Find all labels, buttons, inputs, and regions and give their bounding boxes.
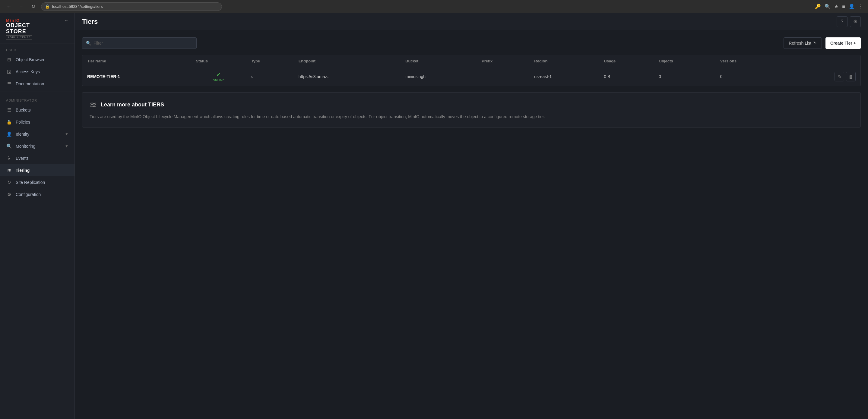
cell-versions: 0: [715, 67, 782, 86]
cell-type: ▫: [246, 67, 294, 86]
sidebar-item-site-replication[interactable]: ↻ Site Replication: [0, 176, 74, 188]
sidebar-item-label: Site Replication: [16, 180, 45, 185]
cell-prefix: [477, 67, 529, 86]
sidebar-item-label: Monitoring: [16, 144, 35, 149]
sidebar-item-buckets[interactable]: ☰ Buckets: [0, 104, 74, 116]
status-check-icon: ✔: [216, 71, 221, 78]
col-status: Status: [191, 55, 246, 67]
edit-tier-button[interactable]: ✎: [835, 72, 844, 82]
identity-icon: 👤: [6, 131, 12, 137]
menu-icon[interactable]: ⋮: [858, 4, 863, 9]
sidebar-item-events[interactable]: λ Events: [0, 152, 74, 164]
monitoring-icon: 🔍: [6, 143, 12, 149]
sidebar-item-documentation[interactable]: ☰ Documentation: [0, 78, 74, 90]
cell-actions: ✎ 🗑: [782, 67, 861, 86]
logo-product: OBJECTSTORE: [6, 23, 32, 35]
refresh-list-button[interactable]: Refresh List ↻: [783, 37, 822, 49]
sidebar: MinIO OBJECTSTORE AGPL LICENSE ← User ⊞ …: [0, 13, 75, 419]
forward-button[interactable]: →: [17, 2, 25, 11]
sidebar-item-access-keys[interactable]: ⚿ Access Keys: [0, 66, 74, 78]
address-bar[interactable]: 🔒 localhost:59284/settings/tiers: [41, 2, 222, 11]
browser-chrome: ← → ↻ 🔒 localhost:59284/settings/tiers 🔑…: [0, 0, 868, 13]
url-text: localhost:59284/settings/tiers: [52, 4, 103, 9]
col-prefix: Prefix: [477, 55, 529, 67]
refresh-icon: ↻: [813, 41, 817, 45]
col-endpoint: Endpoint: [294, 55, 401, 67]
filter-input-wrap: 🔍: [82, 37, 197, 49]
info-header: ≋ Learn more about TIERS: [90, 100, 853, 110]
status-badge: ✔ ONLINE: [196, 71, 241, 82]
sidebar-item-label: Object Browser: [16, 57, 44, 62]
profile-icon[interactable]: 👤: [849, 4, 855, 9]
status-text: ONLINE: [213, 79, 225, 82]
delete-tier-button[interactable]: 🗑: [846, 72, 856, 82]
site-replication-icon: ↻: [6, 180, 12, 185]
row-actions: ✎ 🗑: [786, 72, 856, 82]
cell-objects: 0: [654, 67, 715, 86]
sidebar-item-monitoring[interactable]: 🔍 Monitoring ▼: [0, 140, 74, 152]
back-button[interactable]: ←: [5, 2, 13, 11]
tiers-table: Tier Name Status Type Endpoint Bucket Pr…: [82, 55, 861, 86]
tiers-info-icon: ≋: [90, 100, 96, 110]
content-area: 🔍 Refresh List ↻ Create Tier + Tier: [75, 30, 868, 419]
main-content: Tiers ? ☀ 🔍 Refresh List ↻ Create: [75, 13, 868, 419]
toolbar-row: 🔍 Refresh List ↻ Create Tier +: [82, 37, 861, 49]
info-title: Learn more about TIERS: [101, 102, 164, 108]
filter-input[interactable]: [93, 41, 193, 45]
tiering-icon: ≋: [6, 167, 12, 173]
configuration-icon: ⚙: [6, 191, 12, 197]
cell-endpoint: https://s3.amaz...: [294, 67, 401, 86]
col-usage: Usage: [599, 55, 654, 67]
cell-tier-name: REMOTE-TIER-1: [82, 67, 191, 86]
col-actions: [782, 55, 861, 67]
top-bar: Tiers ? ☀: [75, 13, 868, 30]
refresh-label: Refresh List: [789, 41, 811, 45]
sidebar-item-object-browser[interactable]: ⊞ Object Browser: [0, 54, 74, 66]
col-bucket: Bucket: [401, 55, 477, 67]
chevron-down-icon: ▼: [65, 144, 68, 148]
app-container: MinIO OBJECTSTORE AGPL LICENSE ← User ⊞ …: [0, 13, 868, 419]
extensions-icon[interactable]: ■: [842, 4, 845, 9]
col-objects: Objects: [654, 55, 715, 67]
help-button[interactable]: ?: [837, 16, 847, 27]
table-row: REMOTE-TIER-1 ✔ ONLINE ▫: [82, 67, 861, 86]
top-bar-actions: ? ☀: [837, 16, 861, 27]
object-browser-icon: ⊞: [6, 57, 12, 63]
type-s3-icon: ▫: [251, 73, 253, 80]
admin-section-label: Administrator: [0, 94, 74, 104]
theme-button[interactable]: ☀: [850, 16, 861, 27]
sidebar-item-label: Policies: [16, 120, 30, 125]
table-body: REMOTE-TIER-1 ✔ ONLINE ▫: [82, 67, 861, 86]
sidebar-item-label: Identity: [16, 132, 29, 136]
cell-usage: 0 B: [599, 67, 654, 86]
sidebar-item-policies[interactable]: 🔒 Policies: [0, 116, 74, 128]
sidebar-item-label: Documentation: [16, 82, 44, 86]
info-section: ≋ Learn more about TIERS Tiers are used …: [82, 92, 861, 128]
events-icon: λ: [6, 155, 12, 161]
reload-button[interactable]: ↻: [29, 2, 37, 11]
sidebar-item-configuration[interactable]: ⚙ Configuration: [0, 188, 74, 200]
info-body: Tiers are used by the MinIO Object Lifec…: [90, 114, 853, 120]
sidebar-item-label: Events: [16, 156, 29, 161]
password-manager-icon[interactable]: 🔑: [815, 4, 821, 9]
sidebar-item-identity[interactable]: 👤 Identity ▼: [0, 128, 74, 140]
tiers-table-container: Tier Name Status Type Endpoint Bucket Pr…: [82, 55, 861, 86]
sidebar-collapse-button[interactable]: ←: [64, 18, 68, 23]
bookmarks-icon[interactable]: ★: [834, 4, 838, 9]
lock-icon: 🔒: [45, 4, 50, 9]
cell-status: ✔ ONLINE: [191, 67, 246, 86]
sidebar-logo: MinIO OBJECTSTORE AGPL LICENSE ←: [0, 13, 74, 43]
create-tier-button[interactable]: Create Tier +: [826, 37, 861, 49]
col-type: Type: [246, 55, 294, 67]
search-icon[interactable]: 🔍: [825, 4, 831, 9]
create-tier-label: Create Tier +: [830, 41, 856, 45]
sidebar-divider: [0, 92, 74, 92]
sidebar-item-tiering[interactable]: ≋ Tiering: [0, 164, 74, 176]
logo-brand: MinIO: [6, 18, 32, 23]
policies-icon: 🔒: [6, 119, 12, 125]
col-versions: Versions: [715, 55, 782, 67]
access-keys-icon: ⚿: [6, 69, 12, 75]
sidebar-item-label: Access Keys: [16, 69, 40, 74]
user-section-label: User: [0, 43, 74, 54]
table-header: Tier Name Status Type Endpoint Bucket Pr…: [82, 55, 861, 67]
